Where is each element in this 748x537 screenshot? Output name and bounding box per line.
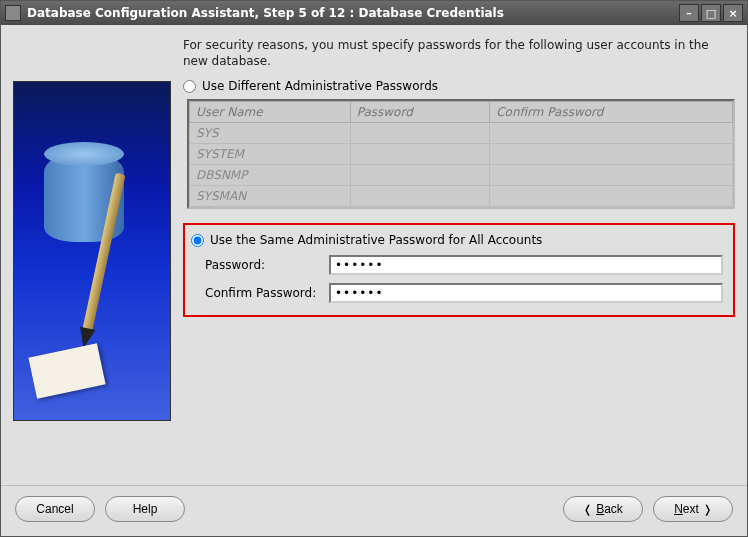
cancel-button[interactable]: Cancel [15,496,95,522]
password-input[interactable] [329,255,723,275]
cell-username: SYS [190,123,351,144]
footer-right-buttons: ❬ Back Next ❭ [563,496,733,522]
app-icon [5,5,21,21]
confirm-password-label: Confirm Password: [205,286,323,300]
back-button[interactable]: ❬ Back [563,496,643,522]
cell-password [350,123,490,144]
password-row: Password: [205,255,723,275]
main-panel: For security reasons, you must specify p… [183,37,735,485]
help-button[interactable]: Help [105,496,185,522]
titlebar: Database Configuration Assistant, Step 5… [1,1,747,25]
cell-password [350,165,490,186]
footer-left-buttons: Cancel Help [15,496,185,522]
password-label: Password: [205,258,323,272]
window-controls: – □ × [679,4,743,22]
option-same-label: Use the Same Administrative Password for… [210,233,542,247]
table-row: SYSMAN [190,186,733,207]
confirm-password-row: Confirm Password: [205,283,723,303]
confirm-password-input[interactable] [329,283,723,303]
close-button[interactable]: × [723,4,743,22]
content-area: For security reasons, you must specify p… [1,25,747,485]
cell-confirm [490,186,733,207]
radio-same[interactable] [191,234,204,247]
col-confirm: Confirm Password [490,102,733,123]
instruction-text: For security reasons, you must specify p… [183,37,735,69]
option-different-label: Use Different Administrative Passwords [202,79,438,93]
cell-confirm [490,165,733,186]
table-row: SYS [190,123,733,144]
next-button[interactable]: Next ❭ [653,496,733,522]
cell-confirm [490,123,733,144]
window-title: Database Configuration Assistant, Step 5… [27,6,679,20]
cell-password [350,144,490,165]
option-different-passwords[interactable]: Use Different Administrative Passwords [183,79,735,93]
col-password: Password [350,102,490,123]
radio-different[interactable] [183,80,196,93]
cell-username: SYSMAN [190,186,351,207]
cell-password [350,186,490,207]
option-same-password[interactable]: Use the Same Administrative Password for… [191,233,723,247]
same-password-section: Use the Same Administrative Password for… [183,223,735,317]
maximize-button[interactable]: □ [701,4,721,22]
col-username: User Name [190,102,351,123]
table-row: DBSNMP [190,165,733,186]
tag-icon [28,343,105,399]
chevron-left-icon: ❬ [583,503,592,516]
chevron-right-icon: ❭ [703,503,712,516]
passwords-table: User Name Password Confirm Password SYS [187,99,735,209]
footer: Cancel Help ❬ Back Next ❭ [1,485,747,536]
wizard-illustration [13,81,171,421]
window: Database Configuration Assistant, Step 5… [0,0,748,537]
cell-username: DBSNMP [190,165,351,186]
table-row: SYSTEM [190,144,733,165]
cell-confirm [490,144,733,165]
minimize-button[interactable]: – [679,4,699,22]
cell-username: SYSTEM [190,144,351,165]
